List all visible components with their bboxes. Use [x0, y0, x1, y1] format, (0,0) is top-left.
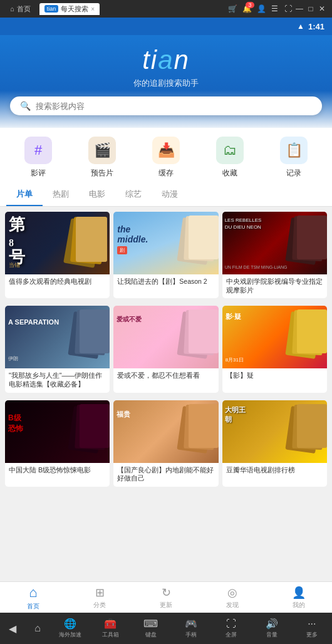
update-nav-icon: ↻ — [162, 586, 171, 600]
card-row-1: 第8号 当铺 值得多次观看的经典电视剧 themiddle. 剧 让我陷进去的【… — [5, 212, 327, 298]
more-label: 更多 — [306, 631, 318, 639]
subtitle: 你的追剧搜索助手 — [0, 78, 332, 89]
classify-nav-icon: ⊞ — [95, 586, 105, 600]
search-input[interactable] — [36, 101, 312, 111]
huancun-label: 缓存 — [158, 168, 174, 179]
fullscreen-button[interactable]: ⛶ — [283, 4, 293, 14]
card-7-image: B级恐怖 — [5, 400, 110, 463]
tab-bar: ⌂ 首页 tian 每天搜索 × — [5, 3, 226, 15]
card-6[interactable]: 影·疑 8月31日 【影】疑 — [222, 306, 327, 392]
card-2-image: themiddle. 剧 — [113, 212, 218, 274]
card-8-label: 【国产良心剧】内地剧能不能好好做自己 — [113, 463, 218, 487]
yuegao-label: 预告片 — [91, 168, 113, 179]
action-huancun[interactable]: 📥 缓存 — [152, 137, 180, 179]
app-header: tian 你的追剧搜索助手 🔍 — [0, 35, 332, 128]
wifi-icon: ▲ — [297, 22, 304, 31]
shoucang-label: 收藏 — [222, 168, 237, 179]
toolbox-icon: 🧰 — [104, 618, 117, 630]
nav-update[interactable]: ↻ 更新 — [133, 586, 199, 610]
update-nav-label: 更新 — [160, 601, 172, 610]
card-3[interactable]: LES REBELLESDU DIEU NEON UN FILM DE TSM … — [222, 212, 327, 298]
card-6-label: 【影】疑 — [222, 368, 327, 384]
card-8[interactable]: 福贵 【国产良心剧】内地剧能不能好好做自己 — [113, 400, 218, 487]
logo-text: tian — [142, 45, 190, 75]
content-grid: 第8号 当铺 值得多次观看的经典电视剧 themiddle. 剧 让我陷进去的【… — [0, 207, 332, 514]
audio-button[interactable]: 🔊 音量 — [251, 618, 291, 639]
search-icon: 🔍 — [20, 101, 31, 111]
status-bar: ▲ 1:41 — [0, 18, 332, 35]
cart-icon[interactable]: 🛒 — [228, 4, 237, 13]
active-tab-label: 每天搜索 — [61, 4, 88, 14]
nav-mine[interactable]: 👤 我的 — [266, 586, 332, 610]
home-sys-button[interactable]: ⌂ — [25, 623, 50, 634]
action-pingping[interactable]: # 影评 — [24, 137, 52, 179]
home-tab[interactable]: ⌂ 首页 — [5, 3, 36, 15]
gamepad-label: 手柄 — [185, 631, 197, 639]
card-5[interactable]: 爱或不爱 爱或不爱，都忍不住想看看 — [113, 306, 218, 392]
gamepad-button[interactable]: 🎮 手柄 — [171, 618, 211, 639]
tab-zongyi[interactable]: 综艺 — [115, 184, 152, 206]
window-controls: 🛒 🔔 3 👤 ☰ ⛶ — □ ✕ — [228, 4, 327, 14]
card-4[interactable]: A SEPARATION 伊朗 "我那故乡与人生"——伊朗佳作电影精选集【收藏必… — [5, 306, 110, 392]
keyboard-button[interactable]: ⌨ 键盘 — [131, 618, 171, 639]
system-toolbar: ◀ ⌂ 🌐 海外加速 🧰 工具箱 ⌨ 键盘 🎮 手柄 ⛶ 全屏 🔊 音量 ···… — [0, 613, 332, 644]
nav-home[interactable]: ⌂ 首页 — [0, 584, 66, 611]
more-button[interactable]: ··· 更多 — [292, 618, 332, 639]
speedup-label: 海外加速 — [59, 631, 81, 639]
action-shoucang[interactable]: 🗂 收藏 — [216, 137, 244, 179]
time-display: 1:41 — [308, 22, 324, 31]
card-1-image: 第8号 当铺 — [5, 212, 110, 274]
speedup-button[interactable]: 🌐 海外加速 — [50, 618, 90, 639]
cart-icon-container: 🛒 — [228, 4, 237, 13]
close-window-button[interactable]: ✕ — [317, 4, 327, 14]
speedup-icon: 🌐 — [64, 618, 76, 630]
card-9-label: 豆瓣华语电视剧排行榜 — [222, 463, 327, 479]
home-nav-label: 首页 — [27, 602, 39, 611]
more-icon: ··· — [308, 618, 316, 630]
card-3-image: LES REBELLESDU DIEU NEON UN FILM DE TSM … — [222, 212, 327, 274]
maximize-button[interactable]: □ — [306, 4, 316, 14]
pingping-label: 影评 — [31, 168, 46, 179]
card-4-label: "我那故乡与人生"——伊朗佳作电影精选集【收藏必备】 — [5, 368, 110, 392]
minimize-button[interactable]: — — [294, 4, 304, 14]
card-1-label: 值得多次观看的经典电视剧 — [5, 274, 110, 290]
nav-discover[interactable]: ◎ 发现 — [199, 586, 266, 610]
card-7[interactable]: B级恐怖 中国大陆 B级恐怖惊悚电影 — [5, 400, 110, 487]
tab-dongman[interactable]: 动漫 — [152, 184, 188, 206]
fullscreen-sys-button[interactable]: ⛶ 全屏 — [211, 618, 251, 639]
card-row-3: B级恐怖 中国大陆 B级恐怖惊悚电影 福贵 【国产良心剧】内地剧能不能好好做自己 — [5, 400, 327, 487]
active-tab[interactable]: tian 每天搜索 × — [39, 3, 100, 15]
logo: tian — [0, 45, 332, 75]
nav-classify[interactable]: ⊞ 分类 — [66, 586, 133, 610]
toolbox-label: 工具箱 — [102, 631, 119, 639]
home-sys-icon: ⌂ — [34, 623, 41, 634]
content-tabs: 片单 热剧 电影 综艺 动漫 — [0, 184, 332, 207]
notification-badge: 3 — [246, 2, 254, 8]
card-row-2: A SEPARATION 伊朗 "我那故乡与人生"——伊朗佳作电影精选集【收藏必… — [5, 306, 327, 392]
action-jilu[interactable]: 📋 记录 — [280, 137, 308, 179]
menu-icon[interactable]: ☰ — [271, 4, 278, 13]
tab-dianying[interactable]: 电影 — [79, 184, 115, 206]
user-icon[interactable]: 👤 — [257, 4, 266, 13]
huancun-icon: 📥 — [152, 137, 180, 164]
yuegao-icon: 🎬 — [88, 137, 116, 164]
card-1[interactable]: 第8号 当铺 值得多次观看的经典电视剧 — [5, 212, 110, 298]
keyboard-label: 键盘 — [145, 631, 157, 639]
tab-logo: tian — [44, 5, 59, 13]
mine-nav-label: 我的 — [293, 601, 305, 610]
keyboard-icon: ⌨ — [143, 618, 158, 630]
card-2[interactable]: themiddle. 剧 让我陷进去的【剧】Season 2 — [113, 212, 218, 298]
title-bar: ⌂ 首页 tian 每天搜索 × 🛒 🔔 3 👤 ☰ ⛶ — □ ✕ — [0, 0, 332, 18]
discover-nav-icon: ◎ — [227, 586, 237, 600]
card-9[interactable]: 大明王朝 豆瓣华语电视剧排行榜 — [222, 400, 327, 487]
audio-label: 音量 — [266, 631, 278, 639]
shoucang-icon: 🗂 — [216, 137, 244, 164]
tab-reju[interactable]: 热剧 — [43, 184, 79, 206]
toolbox-button[interactable]: 🧰 工具箱 — [90, 618, 130, 639]
search-section: 🔍 — [10, 96, 322, 115]
discover-nav-label: 发现 — [226, 601, 239, 610]
back-button[interactable]: ◀ — [0, 623, 25, 635]
close-tab-button[interactable]: × — [91, 6, 95, 13]
tab-piandan[interactable]: 片单 — [6, 184, 43, 206]
action-yuegao[interactable]: 🎬 预告片 — [88, 137, 116, 179]
